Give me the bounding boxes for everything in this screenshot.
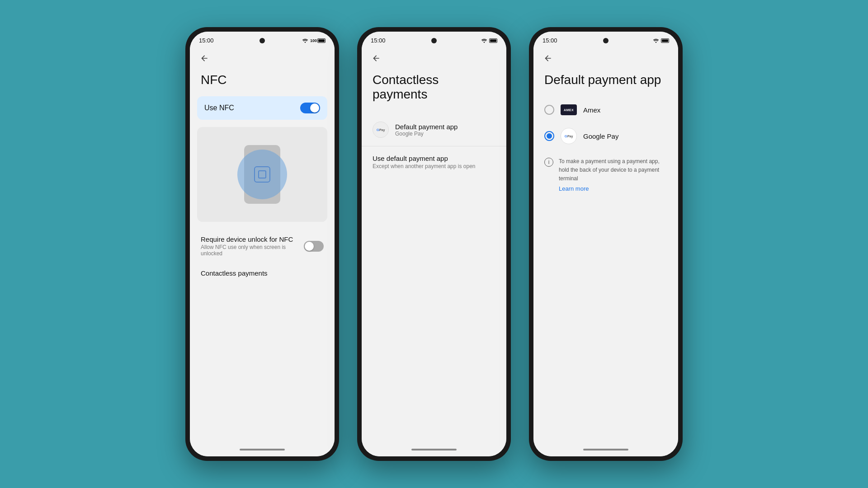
- battery-body-3: [661, 38, 669, 43]
- gpay-pay-3: Pay: [567, 135, 573, 138]
- battery-indicator-3: [661, 38, 669, 43]
- require-unlock-toggle[interactable]: [304, 241, 324, 252]
- amex-icon: AMEX: [561, 104, 577, 115]
- use-default-sub: Except when another payment app is open: [373, 163, 495, 169]
- status-icons-1: 100: [302, 38, 326, 43]
- status-time-1: 15:00: [199, 37, 214, 44]
- amex-option-row[interactable]: AMEX Amex: [533, 98, 678, 122]
- gpay-pay-text: Pay: [379, 128, 385, 131]
- wifi-icon-3: [653, 38, 659, 43]
- info-text: To make a payment using a payment app, h…: [559, 158, 660, 182]
- require-unlock-sub: Allow NFC use only when screen is unlock…: [201, 244, 304, 257]
- contactless-payments-label: Contactless payments: [201, 269, 324, 277]
- wifi-icon-1: [302, 38, 308, 43]
- home-indicator-1: [240, 449, 285, 450]
- status-time-3: 15:00: [542, 37, 557, 44]
- battery-indicator-2: [489, 38, 497, 43]
- battery-body-1: [317, 38, 326, 43]
- svg-point-1: [484, 42, 485, 42]
- svg-point-0: [305, 42, 306, 42]
- use-default-row[interactable]: Use default payment app Except when anot…: [362, 148, 506, 176]
- bottom-bar-3: [533, 443, 678, 456]
- back-arrow-icon-1: [200, 54, 209, 63]
- status-icons-3: [653, 38, 669, 43]
- gpay-label: Google Pay: [583, 132, 618, 140]
- require-unlock-text: Require device unlock for NFC Allow NFC …: [201, 235, 304, 257]
- default-payment-screen: Default payment app AMEX Amex G Pay G: [533, 47, 678, 443]
- status-time-2: 15:00: [371, 37, 386, 44]
- divider-1: [362, 146, 506, 146]
- nav-bar-1: [190, 47, 335, 69]
- amex-text: AMEX: [564, 108, 574, 112]
- use-nfc-label: Use NFC: [204, 104, 234, 112]
- nav-bar-2: [362, 47, 506, 69]
- nfc-icon-box: [254, 166, 270, 183]
- nfc-signal-circle: [237, 150, 287, 199]
- home-indicator-2: [411, 449, 457, 450]
- nfc-screen: NFC Use NFC Require device unlock for NF…: [190, 47, 335, 443]
- nfc-icon-inner: [258, 170, 266, 178]
- camera-dot-1: [259, 38, 265, 43]
- learn-more-link[interactable]: Learn more: [559, 185, 667, 192]
- gpay-option-row[interactable]: G Pay Google Pay: [533, 122, 678, 150]
- phone-default-payment: 15:00: [529, 27, 683, 461]
- battery-indicator-1: 100: [310, 38, 326, 43]
- phone-nfc: 15:00 100: [185, 27, 339, 461]
- amex-label: Amex: [583, 106, 600, 114]
- use-nfc-row[interactable]: Use NFC: [197, 96, 327, 120]
- status-bar-2: 15:00: [362, 32, 506, 47]
- battery-fill-3: [662, 39, 668, 42]
- gpay-icon: G Pay: [561, 128, 577, 144]
- battery-label-1: 100: [310, 38, 317, 43]
- camera-dot-3: [603, 38, 609, 43]
- back-button-1[interactable]: [199, 53, 210, 64]
- gpay-logo-3: G Pay: [561, 128, 576, 144]
- svg-point-2: [656, 42, 656, 42]
- use-default-label: Use default payment app: [373, 155, 495, 162]
- default-payment-value: Google Pay: [395, 131, 458, 137]
- battery-fill-2: [490, 39, 496, 42]
- back-button-3[interactable]: [542, 53, 553, 64]
- require-unlock-row[interactable]: Require device unlock for NFC Allow NFC …: [190, 229, 335, 263]
- back-arrow-icon-3: [543, 54, 552, 63]
- require-unlock-label: Require device unlock for NFC: [201, 235, 304, 243]
- back-arrow-icon-2: [372, 54, 381, 63]
- nfc-title: NFC: [190, 69, 335, 96]
- default-payment-info: Default payment app Google Pay: [395, 123, 458, 137]
- amex-radio[interactable]: [544, 105, 554, 115]
- use-nfc-toggle[interactable]: [300, 103, 320, 113]
- home-indicator-3: [583, 449, 628, 450]
- wifi-icon-2: [481, 38, 487, 43]
- info-icon: i: [544, 158, 553, 167]
- info-section: i To make a payment using a payment app,…: [533, 150, 678, 198]
- contactless-screen: Contactless payments G Pay Default payme…: [362, 47, 506, 443]
- status-bar-1: 15:00 100: [190, 32, 335, 47]
- bottom-bar-2: [362, 443, 506, 456]
- bottom-bar-1: [190, 443, 335, 456]
- status-icons-2: [481, 38, 497, 43]
- back-button-2[interactable]: [371, 53, 382, 64]
- battery-body-2: [489, 38, 497, 43]
- default-payment-label: Default payment app: [395, 123, 458, 131]
- default-payment-title: Default payment app: [533, 69, 678, 98]
- gpay-radio[interactable]: [544, 131, 554, 141]
- nfc-illustration: [197, 127, 327, 222]
- phone-contactless: 15:00: [357, 27, 511, 461]
- contactless-title: Contactless payments: [362, 69, 506, 115]
- battery-fill-1: [318, 39, 325, 42]
- nav-bar-3: [533, 47, 678, 69]
- default-payment-row[interactable]: G Pay Default payment app Google Pay: [362, 115, 506, 144]
- contactless-payments-row[interactable]: Contactless payments: [190, 263, 335, 283]
- status-bar-3: 15:00: [533, 32, 678, 47]
- gpay-logo-small: G Pay: [373, 122, 389, 138]
- gpay-logo-inner: G Pay: [373, 122, 388, 137]
- info-text-block: To make a payment using a payment app, h…: [559, 157, 667, 192]
- camera-dot-2: [431, 38, 437, 43]
